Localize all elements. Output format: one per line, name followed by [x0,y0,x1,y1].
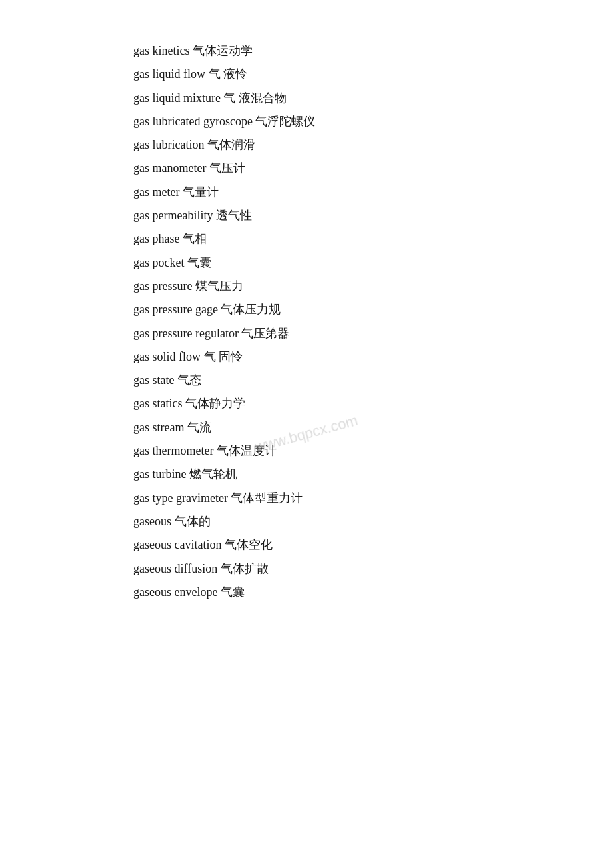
entry-chinese: 燃气轮机 [189,467,237,481]
list-item: gas liquid mixture 气 液混合物 [133,87,480,109]
entry-english: gas statics [133,397,185,410]
entry-chinese: 煤气压力 [195,279,243,293]
entry-chinese: 气压计 [209,161,245,175]
entry-english: gas manometer [133,161,209,175]
list-item: gaseous 气体的 [133,511,480,533]
list-item: gas statics 气体静力学 [133,393,480,415]
list-item: gas meter 气量计 [133,181,480,203]
entry-english: gas stream [133,421,187,434]
list-item: gas phase 气相 [133,228,480,250]
list-item: gas type gravimeter 气体型重力计 [133,487,480,509]
entry-english: gas liquid flow [133,67,209,81]
entry-english: gas kinetics [133,44,193,57]
entry-chinese: 气体静力学 [185,397,245,410]
entry-english: gas meter [133,185,183,199]
list-item: gas pocket 气囊 [133,252,480,274]
entry-english: gas pressure gage [133,303,221,316]
entry-chinese: 气流 [187,421,211,434]
list-item: gas solid flow 气 固怜 [133,346,480,368]
entry-english: gas lubrication [133,138,207,151]
entry-english: gaseous envelope [133,585,221,599]
entry-chinese: 气体型重力计 [231,491,303,505]
list-item: gas pressure gage 气体压力规 [133,299,480,321]
entry-english: gas turbine [133,467,189,481]
list-item: gas lubrication 气体润滑 [133,134,480,156]
entry-english: gaseous cavitation [133,538,225,551]
entry-chinese: 气体压力规 [221,303,281,316]
entry-english: gas thermometer [133,444,217,457]
entry-chinese: 气体空化 [225,538,273,551]
list-item: gaseous envelope 气囊 [133,581,480,603]
entry-chinese: 气 液混合物 [223,91,287,105]
entry-chinese: 气体的 [175,515,211,528]
dictionary-content: gas kinetics 气体运动学gas liquid flow 气 液怜ga… [0,40,613,603]
entry-chinese: 气体润滑 [207,138,255,151]
entry-chinese: 气态 [177,373,201,387]
entry-english: gas phase [133,232,183,245]
entry-english: gas pocket [133,256,187,269]
entry-chinese: 气 固怜 [204,350,243,363]
entry-chinese: 气量计 [183,185,219,199]
entry-english: gas pressure [133,279,195,293]
entry-english: gas permeability [133,209,216,222]
entry-chinese: 气 液怜 [209,67,248,81]
entry-english: gas liquid mixture [133,91,223,105]
entry-chinese: 气体运动学 [193,44,253,57]
entry-chinese: 气囊 [187,256,211,269]
entry-english: gas type gravimeter [133,491,231,505]
list-item: gas thermometer 气体温度计 [133,440,480,462]
list-item: gas lubricated gyroscope 气浮陀螺仪 [133,111,480,133]
entry-chinese: 气体温度计 [217,444,277,457]
list-item: gas kinetics 气体运动学 [133,40,480,62]
list-item: gas manometer 气压计 [133,157,480,179]
entry-chinese: 气体扩散 [221,562,269,575]
list-item: gas liquid flow 气 液怜 [133,63,480,85]
entry-english: gas pressure regulator [133,327,241,340]
entry-english: gas lubricated gyroscope [133,115,255,128]
list-item: gas stream 气流 [133,417,480,439]
list-item: gas permeability 透气性 [133,205,480,227]
entry-chinese: 透气性 [216,209,252,222]
list-item: gas pressure regulator 气压第器 [133,323,480,345]
list-item: gas pressure 煤气压力 [133,275,480,297]
list-item: gaseous diffusion 气体扩散 [133,558,480,580]
list-item: gas turbine 燃气轮机 [133,463,480,485]
entry-english: gaseous diffusion [133,562,221,575]
entry-english: gas solid flow [133,350,204,363]
list-item: gas state 气态 [133,369,480,391]
entry-chinese: 气压第器 [241,327,289,340]
entry-chinese: 气相 [183,232,207,245]
entry-chinese: 气囊 [221,585,245,599]
list-item: gaseous cavitation 气体空化 [133,534,480,556]
entry-english: gas state [133,373,177,387]
entry-chinese: 气浮陀螺仪 [255,115,315,128]
entry-english: gaseous [133,515,175,528]
